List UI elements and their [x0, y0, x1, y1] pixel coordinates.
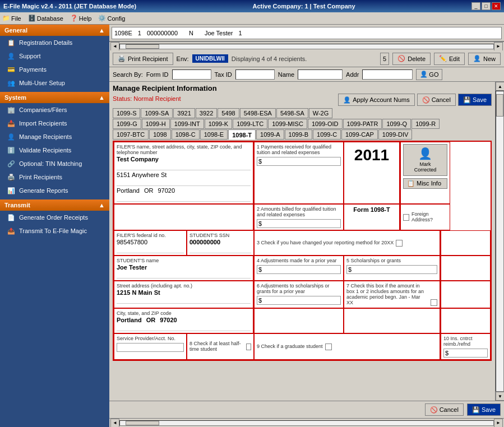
tab-1099-c[interactable]: 1099-C	[313, 129, 341, 140]
name-input[interactable]	[298, 69, 343, 80]
misc-info-button[interactable]: 📋 Misc Info	[403, 178, 447, 189]
tab-1097-btc[interactable]: 1097-BTC	[113, 129, 149, 140]
vertical-scrollbar: ▲ ▼	[495, 82, 504, 401]
box10-input[interactable]	[443, 349, 488, 358]
student-name-input[interactable]	[117, 271, 251, 279]
manage-icon: 👤	[7, 132, 16, 141]
delete-button[interactable]: 🚫 Delete	[392, 53, 431, 65]
new-button[interactable]: 👤 New	[468, 53, 501, 65]
fed-id-input[interactable]	[117, 246, 184, 253]
sidebar-item-multiuser-setup[interactable]: 👥 Multi-User Setup	[0, 76, 109, 90]
sidebar-section-general[interactable]: General ▲	[0, 25, 109, 36]
sidebar-item-registration-details[interactable]: 📋 Registration Details	[0, 36, 109, 49]
scroll-left-btn[interactable]: ◄	[110, 42, 119, 51]
sidebar-item-support[interactable]: 👤 Support	[0, 49, 109, 63]
sidebar-item-print-recipients[interactable]: 🖨️ Print Recipients	[0, 170, 109, 184]
tab-1099-int[interactable]: 1099-INT	[170, 119, 204, 129]
sidebar-item-transmit-efile[interactable]: 📤 Transmit To E-File Magic	[0, 224, 109, 238]
tab-1099-a[interactable]: 1099-A	[256, 129, 284, 140]
apply-account-nums-button[interactable]: 👤 Apply Account Nums	[338, 94, 415, 106]
tab-1099-sa[interactable]: 1099-SA	[141, 108, 173, 118]
tab-3921[interactable]: 3921	[173, 108, 195, 118]
tab-1098-c[interactable]: 1098-C	[172, 129, 200, 140]
scroll-thumb[interactable]	[126, 44, 159, 49]
sidebar-item-optional-tin[interactable]: 🔗 Optional: TIN Matching	[0, 157, 109, 170]
box6-cell: 6 Adjustments to scholarships or grants …	[254, 281, 344, 308]
box8-checkbox[interactable]	[246, 344, 251, 350]
maximize-button[interactable]: □	[482, 2, 491, 10]
tab-1099-q[interactable]: 1099-Q	[382, 119, 411, 129]
tab-1099-patr[interactable]: 1099-PATR	[343, 119, 382, 129]
scroll-right-btn[interactable]: ►	[494, 42, 503, 51]
box5-input[interactable]	[346, 265, 437, 274]
box4-input[interactable]	[257, 265, 341, 274]
sidebar-item-manage-recipients[interactable]: 👤 Manage Recipients	[0, 130, 109, 143]
box1-input[interactable]	[257, 157, 341, 166]
minimize-button[interactable]: _	[471, 2, 480, 10]
street-address-input[interactable]	[117, 296, 251, 304]
service-provider-input[interactable]	[117, 343, 184, 352]
bottom-cancel-button[interactable]: 🚫 Cancel	[425, 403, 464, 416]
menu-database[interactable]: 🗄️ Database	[28, 15, 63, 22]
menu-file[interactable]: 📁 File	[2, 15, 21, 22]
tab-1099-ltc[interactable]: 1099-LTC	[233, 119, 267, 129]
menu-config[interactable]: ⚙️ Config	[98, 15, 125, 22]
cancel-form-button[interactable]: 🚫 Cancel	[417, 94, 456, 106]
tab-1099-cap[interactable]: 1099-CAP	[341, 129, 378, 140]
config-label: Config	[107, 15, 125, 22]
tab-1099-s[interactable]: 1099-S	[113, 108, 140, 118]
box3-checkbox[interactable]	[396, 240, 403, 247]
box9-checkbox[interactable]	[325, 344, 332, 350]
tab-5498[interactable]: 5498	[218, 108, 239, 118]
box2-input[interactable]	[257, 219, 341, 228]
ssn-input[interactable]	[189, 246, 251, 253]
sidebar-item-validate-recipients[interactable]: ℹ️ Validate Recipients	[0, 143, 109, 157]
scroll-up-btn[interactable]: ▲	[496, 82, 504, 91]
bottom-save-button[interactable]: 💾 Save	[467, 403, 501, 416]
sidebar-section-transmit[interactable]: Transmit ▲	[0, 199, 109, 211]
sidebar-item-generate-reports[interactable]: 📊 Generate Reports	[0, 184, 109, 197]
sidebar-item-payments[interactable]: 💳 Payments	[0, 63, 109, 76]
addr-input[interactable]	[362, 69, 413, 80]
box6-input[interactable]	[257, 296, 341, 305]
tab-1099-div[interactable]: 1099-DIV	[378, 129, 412, 140]
tab-5498-sa[interactable]: 5498-SA	[276, 108, 308, 118]
save-form-button[interactable]: 💾 Save	[458, 94, 492, 106]
bottom-scroll-left-btn[interactable]: ◄	[110, 419, 119, 428]
filer-address2-input[interactable]	[117, 179, 251, 186]
tab-1099-misc[interactable]: 1099-MISC	[268, 119, 307, 129]
sidebar-item-companies-filers[interactable]: 🏢 Companies/Filers	[0, 103, 109, 117]
tab-3922[interactable]: 3922	[196, 108, 217, 118]
tab-1099-h[interactable]: 1099-H	[142, 119, 170, 129]
tab-1099-oid[interactable]: 1099-OID	[308, 119, 343, 129]
sidebar-item-import-recipients[interactable]: 📥 Import Recipients	[0, 117, 109, 130]
scroll-down-btn[interactable]: ▼	[496, 392, 504, 401]
tab-1099-k[interactable]: 1099-K	[205, 119, 232, 129]
close-button[interactable]: ✕	[492, 2, 501, 10]
filer-address-input[interactable]	[117, 163, 251, 170]
tab-w2g[interactable]: W-2G	[309, 108, 333, 118]
tab-1098-t[interactable]: 1098-T	[228, 129, 256, 140]
tax-id-input[interactable]	[235, 69, 275, 80]
go-button[interactable]: 👤 GO	[416, 69, 442, 80]
form-id-input[interactable]	[172, 69, 211, 80]
tab-1099-g[interactable]: 1099-G	[113, 119, 141, 129]
foreign-address-checkbox[interactable]	[403, 214, 409, 221]
filer-csz-input[interactable]	[117, 194, 251, 202]
sidebar-section-system[interactable]: System ▲	[0, 92, 109, 103]
bottom-scroll-right-btn[interactable]: ►	[494, 419, 503, 428]
city-state-zip-input[interactable]	[117, 324, 251, 331]
tab-1099-r[interactable]: 1099-R	[411, 119, 440, 129]
bottom-scroll-thumb[interactable]	[126, 421, 159, 425]
v-scroll-thumb[interactable]	[496, 94, 503, 117]
mark-corrected-button[interactable]: 👤 MarkCorrected	[403, 144, 447, 176]
edit-button[interactable]: ✏️ Edit	[434, 53, 465, 65]
tab-1098-e[interactable]: 1098-E	[200, 129, 228, 140]
box7-checkbox[interactable]	[431, 299, 437, 306]
print-recipient-button[interactable]: 🖨️ Print Recipient	[113, 53, 173, 65]
tab-1098[interactable]: 1098	[149, 129, 170, 140]
menu-help[interactable]: ❓ Help	[70, 15, 92, 22]
tab-1099-b[interactable]: 1099-B	[285, 129, 312, 140]
tab-5498-esa[interactable]: 5498-ESA	[240, 108, 276, 118]
sidebar-item-generate-order-receipts[interactable]: 📄 Generate Order Receipts	[0, 211, 109, 224]
